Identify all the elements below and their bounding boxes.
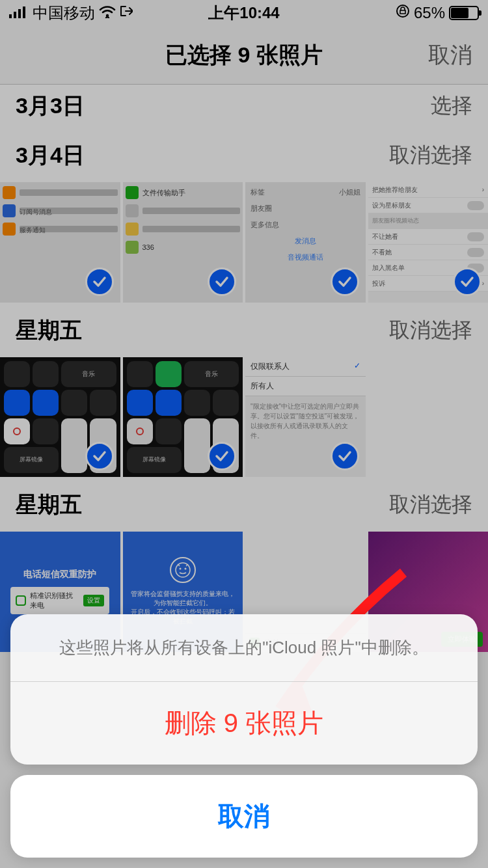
photo-grid-2: 音乐 屏幕镜像 音乐 屏幕镜像 仅限联系人✓ 所有人 "限定接收"中让您可选定的… [0,357,488,478]
section-deselect-button[interactable]: 取消选择 [389,316,472,345]
checkmark-icon [453,267,481,296]
wifi-icon [99,4,116,22]
delete-photos-button[interactable]: 删除 9 张照片 [10,682,478,765]
section-header-0: 3月3日 选择 [0,85,488,128]
svg-rect-0 [9,14,12,18]
checkmark-icon [208,442,236,470]
section-date: 3月3日 [16,91,85,121]
battery-percent: 65% [414,4,445,22]
photo-grid-1: 订阅号消息 服务通知 文件传输助手 336 标签小姐姐 朋友圈 更多信息 发消息… [0,182,488,303]
section-date: 3月4日 [16,141,85,170]
section-deselect-button[interactable]: 取消选择 [389,141,472,170]
section-select-button[interactable]: 选择 [431,92,472,120]
checkmark-icon [331,267,359,296]
section-header-1: 3月4日 取消选择 [0,128,488,182]
svg-rect-1 [14,12,16,18]
photo-thumb[interactable]: 仅限联系人✓ 所有人 "限定接收"中让您可选定的用户立即共享。您可以设置"随空投… [245,357,366,478]
status-time: 上午10:44 [208,3,279,23]
photo-thumb-empty [368,357,489,478]
status-right: 65% [396,4,479,22]
status-left: 中国移动 [9,3,133,23]
checkmark-icon [331,442,359,470]
svg-rect-2 [18,9,21,18]
photo-thumb[interactable]: 订阅号消息 服务通知 [0,182,120,303]
svg-point-4 [106,14,109,17]
photo-thumb[interactable]: 文件传输助手 336 [123,182,243,303]
svg-point-8 [184,568,186,570]
section-header-2: 星期五 取消选择 [0,303,488,357]
action-sheet-message: 这些照片将从所有设备上的"iCloud 照片"中删除。 [10,614,478,682]
action-sheet-cancel-button[interactable]: 取消 [10,775,478,858]
checkmark-icon [208,267,236,296]
nav-cancel-button[interactable]: 取消 [428,40,472,70]
share-icon [120,4,133,22]
section-date: 星期五 [16,490,82,520]
status-bar: 中国移动 上午10:44 65% [0,0,488,26]
checkmark-icon [85,442,114,470]
nav-bar: 已选择 9 张照片 取消 [0,26,488,85]
battery-icon [449,6,479,20]
action-sheet-panel: 这些照片将从所有设备上的"iCloud 照片"中删除。 删除 9 张照片 [10,614,478,765]
photo-thumb[interactable]: 标签小姐姐 朋友圈 更多信息 发消息 音视频通话 [245,182,366,303]
section-date: 星期五 [16,316,82,346]
section-header-3: 星期五 取消选择 [0,477,488,532]
signal-icon [9,4,29,22]
svg-rect-3 [23,7,25,18]
photo-thumb[interactable]: 把她推荐给朋友› 设为星标朋友 朋友圈和视频动态 不让她看 不看她 加入黑名单 … [368,182,489,303]
nav-title: 已选择 9 张照片 [165,40,323,70]
rotation-lock-icon [396,4,410,22]
carrier-label: 中国移动 [33,3,95,23]
photo-thumb[interactable]: 音乐 屏幕镜像 [123,357,243,478]
checkmark-icon [85,267,114,296]
action-sheet: 这些照片将从所有设备上的"iCloud 照片"中删除。 删除 9 张照片 取消 [0,604,488,868]
photo-thumb[interactable]: 音乐 屏幕镜像 [0,357,120,478]
section-deselect-button[interactable]: 取消选择 [389,491,472,519]
svg-point-7 [179,568,181,570]
